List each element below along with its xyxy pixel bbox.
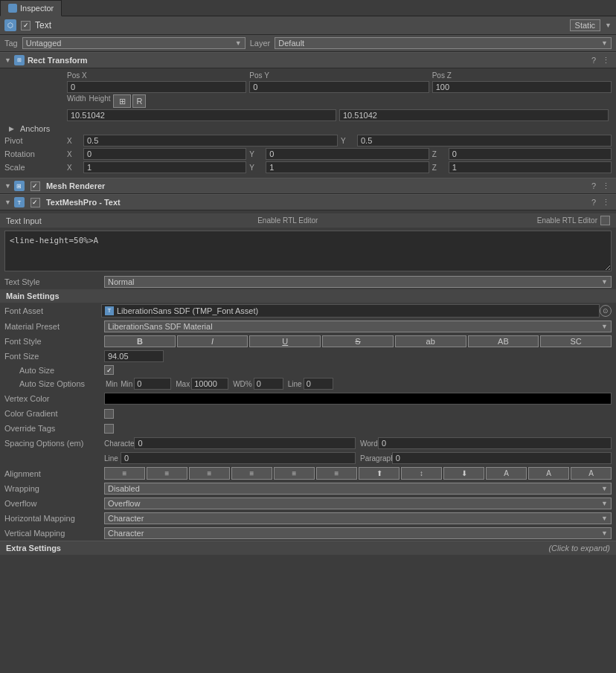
rect-r-btn[interactable]: R [132,94,146,108]
font-asset-select-btn[interactable]: ⊙ [600,305,612,317]
align-flush-btn[interactable]: ≡ [316,467,357,480]
pivot-y-input[interactable] [357,135,612,146]
rot-x-input[interactable] [83,148,246,160]
style-b-button[interactable]: B [104,335,176,347]
max-input[interactable] [191,378,228,390]
style-i-button[interactable]: I [177,335,248,347]
static-button[interactable]: Static [570,19,601,31]
pivot-row: Pivot X Y [4,135,612,146]
inspector-tab-icon [8,4,17,13]
line-spacing-input[interactable] [121,452,356,464]
anchors-arrow[interactable]: ▶ [9,125,14,132]
text-style-dropdown[interactable]: Normal ▼ [104,276,612,288]
layer-select[interactable]: Default ▼ [275,37,612,49]
mesh-renderer-collapse-arrow[interactable]: ▼ [4,182,11,190]
rot-y-input[interactable] [266,148,429,160]
word-spacing-label: Word [360,439,376,448]
align-justify-last-btn[interactable]: ≡ [274,467,315,480]
extra-settings-row[interactable]: Extra Settings (Click to expand) [0,541,616,555]
material-preset-dropdown[interactable]: LiberationSans SDF Material ▼ [104,321,612,332]
style-ab-button[interactable]: ab [395,335,466,347]
paragraph-spacing-group: Paragraph [360,452,612,464]
tag-dropdown-arrow: ▼ [235,39,242,47]
rect-transform-section-header[interactable]: ▼ ⊞ Rect Transform ? ⋮ [0,52,616,68]
rect-transform-help-btn[interactable]: ? [590,56,597,65]
auto-size-checkbox[interactable] [104,365,114,375]
font-asset-value: LiberationSans SDF (TMP_Font Asset) [117,306,258,315]
overflow-dropdown[interactable]: Overflow ▼ [104,497,612,509]
main-settings-label: Main Settings [6,292,60,300]
tmp-section-header[interactable]: ▼ T TextMeshPro - Text ? ⋮ [0,194,616,210]
h-mapping-label: Horizontal Mapping [4,514,101,523]
paragraph-spacing-input[interactable] [392,452,612,464]
align-center-btn[interactable]: ≡ [147,467,187,480]
rot-z-group: Z [432,148,612,160]
word-spacing-input[interactable] [378,437,612,449]
rect-transform-actions: ? ⋮ [590,56,612,65]
height-input[interactable] [339,109,609,121]
color-gradient-checkbox[interactable] [104,409,114,419]
font-size-input[interactable] [104,350,164,362]
tmp-checkbox[interactable] [31,198,40,207]
style-u-button[interactable]: U [249,335,321,347]
h-mapping-dropdown[interactable]: Character ▼ [104,512,612,524]
overflow-row: Overflow Overflow ▼ [0,496,616,511]
font-style-label: Font Style [4,337,101,346]
object-active-checkbox[interactable] [21,21,31,30]
wrapping-label: Wrapping [4,484,101,493]
align-bottom-btn[interactable]: ⬇ [443,467,484,480]
wrapping-dropdown[interactable]: Disabled ▼ [104,483,612,495]
style-SC-button[interactable]: SC [540,335,612,347]
material-preset-row: Material Preset LiberationSans SDF Mater… [0,319,616,334]
tmp-collapse-arrow[interactable]: ▼ [4,199,11,206]
pivot-x-input[interactable] [83,135,338,146]
rect-blueprint-btn[interactable]: ⊞ [113,94,131,108]
align-right-btn[interactable]: ≡ [189,467,230,480]
vertex-color-field[interactable] [104,393,612,405]
align-midline-btn[interactable]: A [528,467,569,480]
mesh-renderer-menu-btn[interactable]: ⋮ [600,181,612,191]
mesh-renderer-help-btn[interactable]: ? [590,181,597,191]
style-AB-button[interactable]: AB [468,335,539,347]
scale-y-input[interactable] [266,161,429,173]
char-spacing-input[interactable] [134,437,356,449]
rect-transform-title: Rect Transform [28,56,587,65]
pos-x-label: Pos X [67,71,87,80]
width-input[interactable] [67,109,336,121]
align-baseline-btn[interactable]: A [486,467,527,480]
pos-row: Pos X Pos Y Pos Z [4,71,612,80]
text-input-field[interactable]: <line-height=50%>A [4,231,612,271]
scale-x-input[interactable] [83,161,246,173]
pos-z-input[interactable] [432,81,612,93]
tag-select[interactable]: Untagged ▼ [22,37,246,49]
mesh-renderer-actions: ? ⋮ [590,181,612,191]
material-preset-value: LiberationSans SDF Material [108,322,213,331]
static-dropdown-arrow[interactable]: ▼ [605,22,612,29]
align-top-btn[interactable]: ⬆ [359,467,400,480]
min-input[interactable] [134,378,171,390]
rot-z-input[interactable] [449,148,612,160]
align-middle-btn[interactable]: ↕ [401,467,442,480]
pos-x-input[interactable] [67,81,246,93]
mesh-renderer-checkbox[interactable] [31,181,40,191]
v-mapping-dropdown[interactable]: Character ▼ [104,527,612,539]
rect-transform-collapse-arrow[interactable]: ▼ [4,57,11,64]
line-input[interactable] [304,378,333,390]
align-justify-btn[interactable]: ≡ [231,467,272,480]
rotation-row: Rotation X Y Z [4,148,612,160]
enable-rtl-checkbox[interactable] [600,216,610,225]
tmp-help-btn[interactable]: ? [590,198,597,207]
scale-z-input[interactable] [449,161,612,173]
style-s-button[interactable]: S [322,335,394,347]
mesh-renderer-section-header[interactable]: ▼ ⊞ Mesh Renderer ? ⋮ [0,178,616,194]
align-capline-btn[interactable]: A [571,467,612,480]
pivot-label: Pivot [4,136,64,145]
rect-transform-menu-btn[interactable]: ⋮ [600,56,612,65]
override-tags-checkbox[interactable] [104,424,114,434]
align-left-btn[interactable]: ≡ [104,467,145,480]
pos-y-input[interactable] [249,81,429,93]
object-icon: ⬡ [4,19,16,31]
wd-input[interactable] [254,378,283,390]
inspector-tab[interactable]: Inspector [0,0,62,16]
tmp-menu-btn[interactable]: ⋮ [600,198,612,207]
